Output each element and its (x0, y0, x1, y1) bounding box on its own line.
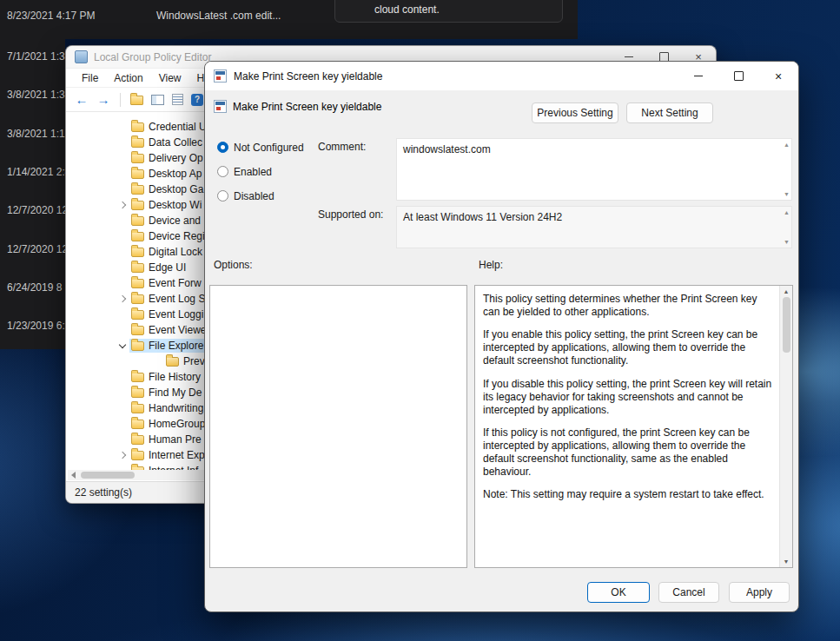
radio-not-configured[interactable]: Not Configured (217, 139, 304, 155)
folder-icon (131, 310, 144, 320)
ok-button[interactable]: OK (587, 582, 650, 603)
supported-on-value: At least Windows 11 Version 24H2 (403, 211, 562, 223)
chevron-right-icon[interactable] (116, 449, 129, 461)
scroll-up-icon[interactable]: ▲ (784, 286, 790, 297)
folder-icon (131, 248, 144, 257)
tree-item-label: Find My De (149, 387, 202, 399)
next-setting-button[interactable]: Next Setting (626, 102, 713, 123)
tree-item-label: Delivery Op (149, 152, 203, 164)
tree-item-label: Digital Lock (149, 246, 202, 258)
chevron-spacer (116, 183, 129, 195)
dialog-caption-buttons: × (678, 62, 798, 90)
help-label: Help: (479, 259, 503, 271)
menu-file[interactable]: File (74, 72, 106, 84)
supported-on-field: At least Windows 11 Version 24H2 ▲ ▼ (396, 206, 792, 248)
chevron-spacer (116, 152, 129, 164)
dialog-minimize-button[interactable] (678, 62, 718, 90)
tree-item-label: Event Log S (149, 293, 205, 305)
up-folder-icon[interactable] (130, 96, 143, 105)
dialog-close-button[interactable]: × (758, 62, 798, 90)
gpedit-status-text: 22 setting(s) (75, 486, 132, 499)
background-date-item: 1/14/2021 2:4 (7, 166, 65, 178)
horizontal-scrollbar-thumb[interactable] (81, 472, 135, 479)
background-date-item: 3/8/2021 1:1 (7, 128, 65, 140)
folder-icon (131, 294, 144, 304)
chevron-down-icon[interactable] (116, 340, 129, 352)
help-scrollbar[interactable]: ▲ ▼ (779, 286, 792, 567)
chevron-spacer (116, 121, 129, 133)
dialog-title: Make Print Screen key yieldable (234, 70, 382, 83)
chevron-right-icon[interactable] (116, 293, 129, 305)
chevron-right-icon[interactable] (116, 199, 129, 211)
forward-arrow-icon[interactable] (96, 93, 110, 107)
options-label: Options: (214, 259, 253, 271)
background-date-item: 1/23/2019 6: (7, 320, 65, 332)
radio-enabled[interactable]: Enabled (217, 163, 304, 180)
chevron-spacer (116, 136, 129, 149)
background-date-header: 8/23/2021 4:17 PM (7, 10, 95, 22)
folder-icon (131, 279, 144, 288)
chevron-spacer (151, 355, 164, 367)
background-date-item: 12/7/2020 12 (7, 204, 65, 216)
folder-icon (131, 216, 144, 226)
menu-view[interactable]: View (151, 72, 189, 84)
folder-icon (131, 138, 144, 148)
radio-disabled[interactable]: Disabled (217, 188, 304, 204)
chevron-spacer (116, 261, 129, 274)
scroll-up-icon[interactable]: ▲ (784, 209, 790, 215)
radio-group: Not ConfiguredEnabledDisabled (217, 139, 304, 204)
background-date-item: 6/24/2019 8 (7, 281, 62, 294)
radio-label: Not Configured (234, 142, 304, 154)
radio-unselected-icon[interactable] (217, 166, 228, 177)
dialog-app-icon (214, 69, 227, 83)
comment-value: windowslatest.com (403, 143, 491, 155)
radio-selected-icon[interactable] (217, 142, 228, 153)
dialog-titlebar[interactable]: Make Print Screen key yieldable × (205, 62, 798, 90)
folder-icon (131, 122, 144, 132)
help-paragraph: Note: This setting may require a system … (483, 488, 773, 501)
gpedit-app-icon (75, 50, 88, 63)
folder-icon (131, 154, 144, 163)
previous-setting-button[interactable]: Previous Setting (532, 102, 618, 123)
scroll-left-arrow-icon[interactable] (71, 472, 76, 479)
tree-item-label: Human Pre (149, 433, 202, 446)
tree-item-label: Credential U (149, 121, 207, 133)
back-arrow-icon[interactable] (75, 93, 89, 107)
chevron-spacer (116, 324, 129, 336)
scroll-down-icon[interactable]: ▼ (784, 191, 790, 197)
folder-icon (131, 388, 144, 398)
folder-icon (131, 451, 144, 460)
tree-item-label: File Explore (149, 340, 203, 352)
chevron-spacer (116, 230, 129, 242)
background-date-item: 3/8/2021 1:3 (7, 89, 65, 101)
background-window-dates: 7/1/2021 1:33/8/2021 1:33/8/2021 1:11/14… (0, 39, 65, 349)
radio-unselected-icon[interactable] (217, 190, 228, 202)
help-paragraph: This policy setting determines whether t… (483, 293, 773, 319)
background-date-item: 12/7/2020 12 (7, 243, 65, 255)
tree-item-label: Device and (149, 215, 201, 227)
tree-item-label: Device Regi (149, 230, 205, 242)
folder-icon (131, 201, 144, 210)
tree-item-label: Event Viewe (149, 324, 207, 336)
comment-field[interactable]: windowslatest.com ▲ ▼ (396, 138, 792, 201)
tree-item-label: Edge UI (149, 261, 186, 274)
scroll-up-icon[interactable]: ▲ (784, 142, 790, 148)
console-tree-icon[interactable] (151, 95, 164, 105)
dialog-maximize-button[interactable] (718, 62, 758, 90)
gpedit-window-title: Local Group Policy Editor (94, 51, 211, 63)
toolbar-separator (120, 93, 121, 107)
folder-icon (131, 373, 144, 382)
cancel-button[interactable]: Cancel (658, 582, 719, 603)
help-icon[interactable] (191, 94, 203, 106)
tree-item-label: Data Collec (149, 136, 202, 149)
menu-action[interactable]: Action (106, 72, 150, 84)
apply-button[interactable]: Apply (729, 582, 790, 603)
scroll-down-icon[interactable]: ▼ (784, 239, 790, 245)
export-list-icon[interactable] (172, 94, 183, 105)
scroll-down-icon[interactable]: ▼ (784, 556, 790, 567)
tree-item-label: Desktop Wi (149, 199, 202, 211)
folder-icon (131, 232, 144, 241)
help-scrollbar-thumb[interactable] (783, 297, 790, 353)
folder-icon (131, 169, 144, 179)
tree-item-label: Desktop Ap (149, 168, 202, 180)
